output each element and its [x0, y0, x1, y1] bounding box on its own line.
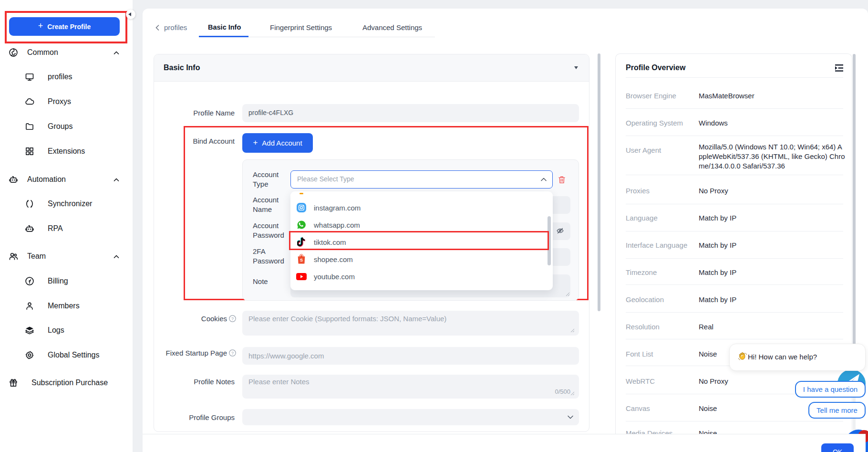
svg-text:?: ?: [231, 316, 234, 321]
svg-text:S: S: [300, 258, 303, 263]
svg-text:?: ?: [231, 351, 234, 356]
